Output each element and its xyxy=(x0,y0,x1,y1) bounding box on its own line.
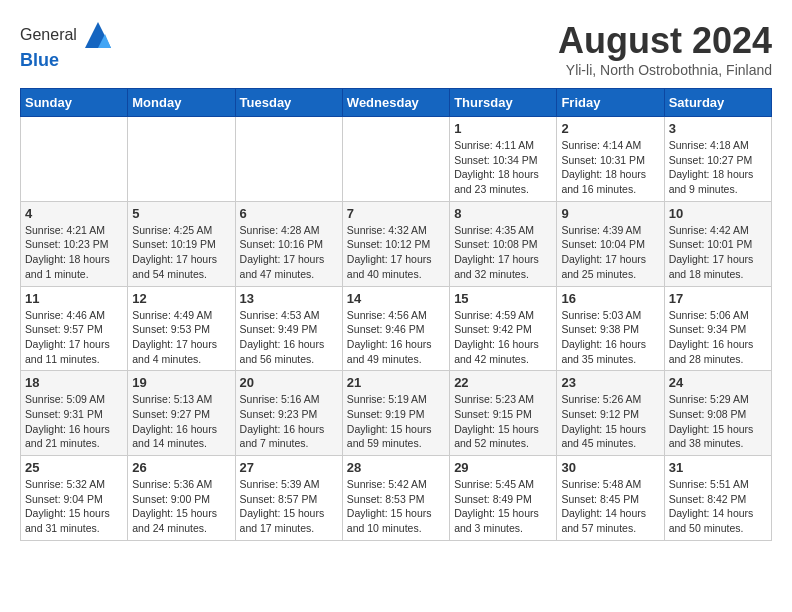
day-number: 15 xyxy=(454,291,552,306)
day-number: 13 xyxy=(240,291,338,306)
day-info: Sunrise: 5:16 AM Sunset: 9:23 PM Dayligh… xyxy=(240,392,338,451)
calendar-cell: 8Sunrise: 4:35 AM Sunset: 10:08 PM Dayli… xyxy=(450,201,557,286)
calendar-cell: 20Sunrise: 5:16 AM Sunset: 9:23 PM Dayli… xyxy=(235,371,342,456)
calendar-cell: 1Sunrise: 4:11 AM Sunset: 10:34 PM Dayli… xyxy=(450,117,557,202)
day-number: 26 xyxy=(132,460,230,475)
calendar-cell: 5Sunrise: 4:25 AM Sunset: 10:19 PM Dayli… xyxy=(128,201,235,286)
day-info: Sunrise: 5:39 AM Sunset: 8:57 PM Dayligh… xyxy=(240,477,338,536)
weekday-header-tuesday: Tuesday xyxy=(235,89,342,117)
day-number: 10 xyxy=(669,206,767,221)
logo: General Blue xyxy=(20,20,113,71)
calendar-cell: 17Sunrise: 5:06 AM Sunset: 9:34 PM Dayli… xyxy=(664,286,771,371)
weekday-header-friday: Friday xyxy=(557,89,664,117)
weekday-header-sunday: Sunday xyxy=(21,89,128,117)
calendar-cell: 7Sunrise: 4:32 AM Sunset: 10:12 PM Dayli… xyxy=(342,201,449,286)
day-number: 6 xyxy=(240,206,338,221)
day-number: 30 xyxy=(561,460,659,475)
calendar-body: 1Sunrise: 4:11 AM Sunset: 10:34 PM Dayli… xyxy=(21,117,772,541)
calendar-header: SundayMondayTuesdayWednesdayThursdayFrid… xyxy=(21,89,772,117)
month-title: August 2024 xyxy=(558,20,772,62)
day-info: Sunrise: 4:35 AM Sunset: 10:08 PM Daylig… xyxy=(454,223,552,282)
calendar-cell: 31Sunrise: 5:51 AM Sunset: 8:42 PM Dayli… xyxy=(664,456,771,541)
logo-icon xyxy=(83,20,113,50)
day-info: Sunrise: 4:25 AM Sunset: 10:19 PM Daylig… xyxy=(132,223,230,282)
day-info: Sunrise: 4:59 AM Sunset: 9:42 PM Dayligh… xyxy=(454,308,552,367)
page-header: General Blue August 2024 Yli-li, North O… xyxy=(20,20,772,78)
weekday-header-monday: Monday xyxy=(128,89,235,117)
calendar-cell: 10Sunrise: 4:42 AM Sunset: 10:01 PM Dayl… xyxy=(664,201,771,286)
calendar-cell xyxy=(128,117,235,202)
day-number: 29 xyxy=(454,460,552,475)
calendar-week-3: 11Sunrise: 4:46 AM Sunset: 9:57 PM Dayli… xyxy=(21,286,772,371)
day-number: 1 xyxy=(454,121,552,136)
day-number: 21 xyxy=(347,375,445,390)
calendar-week-1: 1Sunrise: 4:11 AM Sunset: 10:34 PM Dayli… xyxy=(21,117,772,202)
calendar-cell: 9Sunrise: 4:39 AM Sunset: 10:04 PM Dayli… xyxy=(557,201,664,286)
day-info: Sunrise: 5:19 AM Sunset: 9:19 PM Dayligh… xyxy=(347,392,445,451)
day-number: 22 xyxy=(454,375,552,390)
day-info: Sunrise: 5:36 AM Sunset: 9:00 PM Dayligh… xyxy=(132,477,230,536)
day-info: Sunrise: 4:46 AM Sunset: 9:57 PM Dayligh… xyxy=(25,308,123,367)
day-info: Sunrise: 5:32 AM Sunset: 9:04 PM Dayligh… xyxy=(25,477,123,536)
calendar-cell: 14Sunrise: 4:56 AM Sunset: 9:46 PM Dayli… xyxy=(342,286,449,371)
day-info: Sunrise: 5:29 AM Sunset: 9:08 PM Dayligh… xyxy=(669,392,767,451)
day-info: Sunrise: 5:03 AM Sunset: 9:38 PM Dayligh… xyxy=(561,308,659,367)
day-number: 11 xyxy=(25,291,123,306)
day-number: 12 xyxy=(132,291,230,306)
calendar-cell: 12Sunrise: 4:49 AM Sunset: 9:53 PM Dayli… xyxy=(128,286,235,371)
calendar-cell: 16Sunrise: 5:03 AM Sunset: 9:38 PM Dayli… xyxy=(557,286,664,371)
calendar-cell: 29Sunrise: 5:45 AM Sunset: 8:49 PM Dayli… xyxy=(450,456,557,541)
day-info: Sunrise: 5:06 AM Sunset: 9:34 PM Dayligh… xyxy=(669,308,767,367)
day-number: 28 xyxy=(347,460,445,475)
calendar-week-2: 4Sunrise: 4:21 AM Sunset: 10:23 PM Dayli… xyxy=(21,201,772,286)
day-info: Sunrise: 4:42 AM Sunset: 10:01 PM Daylig… xyxy=(669,223,767,282)
day-info: Sunrise: 4:39 AM Sunset: 10:04 PM Daylig… xyxy=(561,223,659,282)
day-number: 5 xyxy=(132,206,230,221)
day-info: Sunrise: 4:49 AM Sunset: 9:53 PM Dayligh… xyxy=(132,308,230,367)
calendar-cell: 27Sunrise: 5:39 AM Sunset: 8:57 PM Dayli… xyxy=(235,456,342,541)
day-number: 8 xyxy=(454,206,552,221)
day-number: 17 xyxy=(669,291,767,306)
calendar-cell: 18Sunrise: 5:09 AM Sunset: 9:31 PM Dayli… xyxy=(21,371,128,456)
day-info: Sunrise: 4:28 AM Sunset: 10:16 PM Daylig… xyxy=(240,223,338,282)
title-block: August 2024 Yli-li, North Ostrobothnia, … xyxy=(558,20,772,78)
calendar-cell: 22Sunrise: 5:23 AM Sunset: 9:15 PM Dayli… xyxy=(450,371,557,456)
day-number: 7 xyxy=(347,206,445,221)
day-info: Sunrise: 5:42 AM Sunset: 8:53 PM Dayligh… xyxy=(347,477,445,536)
calendar-cell: 3Sunrise: 4:18 AM Sunset: 10:27 PM Dayli… xyxy=(664,117,771,202)
logo-blue-text: Blue xyxy=(20,50,113,71)
weekday-header-thursday: Thursday xyxy=(450,89,557,117)
calendar-cell: 4Sunrise: 4:21 AM Sunset: 10:23 PM Dayli… xyxy=(21,201,128,286)
day-number: 14 xyxy=(347,291,445,306)
logo-general-text: General xyxy=(20,26,77,44)
calendar-cell: 30Sunrise: 5:48 AM Sunset: 8:45 PM Dayli… xyxy=(557,456,664,541)
day-number: 27 xyxy=(240,460,338,475)
day-number: 19 xyxy=(132,375,230,390)
calendar-week-4: 18Sunrise: 5:09 AM Sunset: 9:31 PM Dayli… xyxy=(21,371,772,456)
calendar-cell: 2Sunrise: 4:14 AM Sunset: 10:31 PM Dayli… xyxy=(557,117,664,202)
day-info: Sunrise: 5:23 AM Sunset: 9:15 PM Dayligh… xyxy=(454,392,552,451)
day-info: Sunrise: 4:53 AM Sunset: 9:49 PM Dayligh… xyxy=(240,308,338,367)
subtitle: Yli-li, North Ostrobothnia, Finland xyxy=(558,62,772,78)
weekday-header-wednesday: Wednesday xyxy=(342,89,449,117)
day-number: 31 xyxy=(669,460,767,475)
day-number: 9 xyxy=(561,206,659,221)
day-info: Sunrise: 4:11 AM Sunset: 10:34 PM Daylig… xyxy=(454,138,552,197)
day-number: 24 xyxy=(669,375,767,390)
day-number: 16 xyxy=(561,291,659,306)
day-number: 20 xyxy=(240,375,338,390)
day-info: Sunrise: 5:26 AM Sunset: 9:12 PM Dayligh… xyxy=(561,392,659,451)
calendar-cell: 28Sunrise: 5:42 AM Sunset: 8:53 PM Dayli… xyxy=(342,456,449,541)
calendar-cell xyxy=(342,117,449,202)
calendar-week-5: 25Sunrise: 5:32 AM Sunset: 9:04 PM Dayli… xyxy=(21,456,772,541)
day-number: 2 xyxy=(561,121,659,136)
day-info: Sunrise: 5:45 AM Sunset: 8:49 PM Dayligh… xyxy=(454,477,552,536)
weekday-row: SundayMondayTuesdayWednesdayThursdayFrid… xyxy=(21,89,772,117)
day-info: Sunrise: 4:32 AM Sunset: 10:12 PM Daylig… xyxy=(347,223,445,282)
day-number: 4 xyxy=(25,206,123,221)
day-info: Sunrise: 5:51 AM Sunset: 8:42 PM Dayligh… xyxy=(669,477,767,536)
day-info: Sunrise: 4:18 AM Sunset: 10:27 PM Daylig… xyxy=(669,138,767,197)
day-info: Sunrise: 4:56 AM Sunset: 9:46 PM Dayligh… xyxy=(347,308,445,367)
day-info: Sunrise: 5:13 AM Sunset: 9:27 PM Dayligh… xyxy=(132,392,230,451)
calendar-cell: 13Sunrise: 4:53 AM Sunset: 9:49 PM Dayli… xyxy=(235,286,342,371)
